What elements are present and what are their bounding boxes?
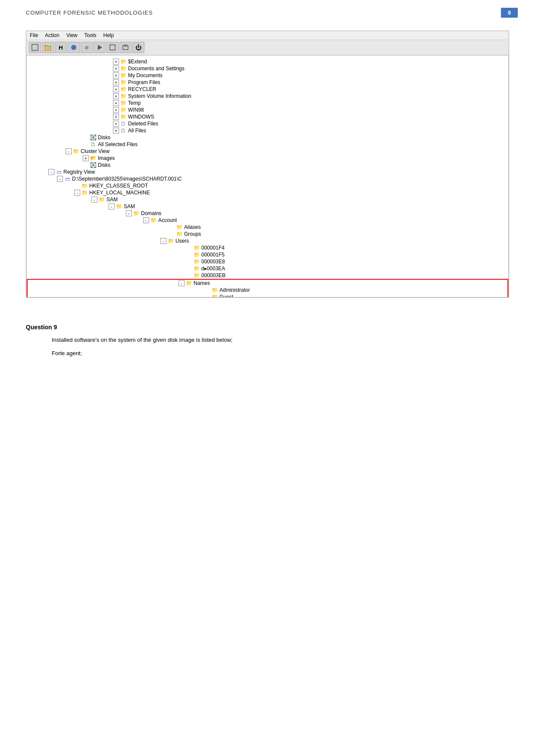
tree-item-names[interactable]: - 📁 Names [28,280,507,287]
tree-item-images[interactable]: + 📂 Images [27,155,508,162]
folder-icon: 📁 [167,238,174,244]
toolbar-circle[interactable] [68,42,80,53]
tree-expander[interactable]: + [113,107,119,113]
toolbar-play[interactable] [94,42,106,53]
tree-item[interactable]: + 📁 Program Files [27,79,508,86]
tree-expander[interactable]: - [57,176,63,182]
menu-help[interactable]: Help [103,32,114,38]
folder-icon: 📁 [120,66,127,72]
tree-item-hkey-classes[interactable]: 📁 HKEY_CLASSES_ROOT [27,182,508,189]
question-label: Question 9 [26,324,509,331]
tree-expander-empty [186,272,192,278]
question-text: Installed software's on the system of th… [52,336,509,345]
folder-icon: 📁 [81,183,88,189]
toolbar-h[interactable]: H [55,42,67,53]
tree-label: HKEY_LOCAL_MACHINE [89,190,150,196]
tree-item-users[interactable]: - 📁 Users [27,237,508,244]
tree-item-000003E8[interactable]: 📁 000003E8 [27,258,508,265]
tree-item-domains[interactable]: - 📁 Domains [27,210,508,217]
tree-expander-empty [169,231,175,237]
menu-tools[interactable]: Tools [84,32,97,38]
tree-expander[interactable]: + [113,79,119,85]
tree-expander[interactable]: + [113,100,119,106]
tree-expander[interactable]: - [160,238,166,244]
tree-item-drive-path[interactable]: - 🗃 D:\September\803255\images\SCHARDT.0… [27,175,508,182]
tree-item-system-volume[interactable]: + 📁 System Volume Information [27,93,508,100]
tree-item[interactable]: + 📁 $Extend [27,58,508,65]
tree-expander[interactable]: + [113,114,119,120]
tree-item-cluster-view[interactable]: - 📁 Cluster View [27,148,508,155]
tree-view[interactable]: + 📁 $Extend + 📁 Documents and Settings +… [27,56,508,297]
tree-expander[interactable]: - [74,190,80,196]
tree-label: 000001F5 [201,252,225,258]
tree-expander[interactable]: + [113,121,119,127]
menu-action[interactable]: Action [45,32,59,38]
toolbar-box2[interactable] [119,42,131,53]
toolbar-power[interactable]: ⏻ [132,42,144,53]
reg-icon: 🗃 [55,169,62,175]
toolbar-open[interactable] [42,42,54,53]
tree-expander[interactable]: + [113,128,119,134]
tree-expander[interactable]: - [126,210,132,216]
tree-expander[interactable]: + [113,66,119,72]
tree-item-disks[interactable]: 💽 Disks [27,134,508,141]
tree-item-hkey-local[interactable]: - 📁 HKEY_LOCAL_MACHINE [27,189,508,196]
tree-label: $Extend [128,59,147,65]
tree-item-registry-view[interactable]: - 🗃 Registry View [27,169,508,175]
tree-item-d0003EA[interactable]: 📁 d▸0003EA [27,265,508,272]
content-area: File Action View Tools Help H ⎚ [0,22,535,380]
tree-item-sam1[interactable]: - 📁 SAM [27,196,508,203]
tree-item[interactable]: + 📁 Temp [27,100,508,106]
tree-item[interactable]: + 📁 WINDOWS [27,113,508,120]
tree-item-000001F4[interactable]: 📁 000001F4 [27,244,508,251]
menu-view[interactable]: View [66,32,78,38]
tree-expander[interactable]: - [143,217,149,223]
tree-expander[interactable]: + [113,86,119,92]
menu-file[interactable]: File [30,32,38,38]
tree-label: SAM [106,197,118,203]
tree-expander[interactable]: - [66,148,72,154]
tree-item-000001F5[interactable]: 📁 000001F5 [27,251,508,258]
software-window: File Action View Tools Help H ⎚ [26,31,509,298]
tree-item-aliases[interactable]: 📁 Aliases [27,224,508,231]
tree-expander[interactable]: - [91,197,97,203]
toolbar-box1[interactable] [106,42,119,53]
folder-icon: 📁 [211,287,218,293]
tree-label: Deleted Files [128,121,158,127]
toolbar-new[interactable] [29,42,41,53]
tree-item-guest[interactable]: 📁 Guest [28,294,507,297]
tree-item-000003EB[interactable]: 📁 000003EB [27,272,508,279]
tree-expander[interactable]: - [178,280,185,286]
tree-item[interactable]: + 📁 WIN98 [27,106,508,113]
question-section: Question 9 Installed software's on the s… [26,311,509,371]
tree-expander[interactable]: + [113,59,119,65]
tree-item[interactable]: + 📁 My Documents [27,72,508,79]
tree-item-administrator[interactable]: 📁 Administrator [28,287,507,294]
tree-label: System Volume Information [128,93,191,99]
tree-expander-empty [74,183,80,189]
tree-expander[interactable]: + [83,155,89,161]
tree-label: Documents and Settings [128,66,185,72]
toolbar-clear[interactable]: ⎚ [81,42,93,53]
tree-item[interactable]: + 🗋 All Files [27,127,508,134]
tree-expander[interactable]: - [48,169,54,175]
folder-icon: 📁 [133,210,140,216]
tree-label: RECYCLER [128,86,156,92]
tree-item[interactable]: + 📁 Documents and Settings [27,65,508,72]
tree-expander-empty [186,266,192,272]
tree-item-disks2[interactable]: 💽 Disks [27,162,508,169]
tree-expander[interactable]: + [113,72,119,78]
file-green-icon: 🗋 [120,128,127,134]
tree-item-account[interactable]: - 📁 Account [27,217,508,224]
tree-expander[interactable]: - [109,203,115,209]
tree-label: WINDOWS [128,114,154,120]
tree-item[interactable]: + 📁 RECYCLER [27,86,508,93]
tree-item-all-selected-files[interactable]: 🗋 All Selected Files [27,141,508,148]
tree-expander[interactable]: + [113,93,119,99]
tree-label: Domains [141,210,161,216]
folder-icon: 📁 [116,203,122,209]
tree-item-sam2[interactable]: - 📁 SAM [27,203,508,210]
folder-icon: 📁 [176,224,183,230]
tree-item-groups[interactable]: 📁 Groups [27,231,508,237]
tree-item[interactable]: + 🗋 Deleted Files [27,120,508,127]
